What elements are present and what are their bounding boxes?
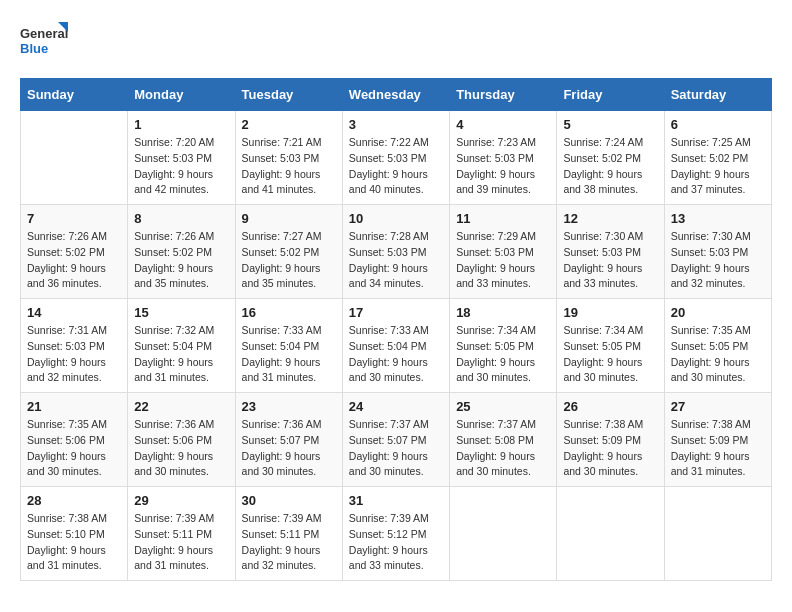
sunrise-text: Sunrise: 7:38 AM (563, 418, 643, 430)
sunset-text: Sunset: 5:02 PM (134, 246, 212, 258)
daylight-text: Daylight: 9 hours and 42 minutes. (134, 168, 213, 196)
day-info: Sunrise: 7:35 AM Sunset: 5:06 PM Dayligh… (27, 417, 121, 480)
calendar-cell (557, 487, 664, 581)
sunrise-text: Sunrise: 7:35 AM (671, 324, 751, 336)
sunrise-text: Sunrise: 7:32 AM (134, 324, 214, 336)
calendar-cell: 23 Sunrise: 7:36 AM Sunset: 5:07 PM Dayl… (235, 393, 342, 487)
daylight-text: Daylight: 9 hours and 32 minutes. (671, 262, 750, 290)
sunset-text: Sunset: 5:04 PM (242, 340, 320, 352)
calendar-week-row: 28 Sunrise: 7:38 AM Sunset: 5:10 PM Dayl… (21, 487, 772, 581)
day-info: Sunrise: 7:33 AM Sunset: 5:04 PM Dayligh… (242, 323, 336, 386)
sunrise-text: Sunrise: 7:39 AM (349, 512, 429, 524)
sunset-text: Sunset: 5:03 PM (456, 246, 534, 258)
calendar-cell: 29 Sunrise: 7:39 AM Sunset: 5:11 PM Dayl… (128, 487, 235, 581)
calendar-cell: 28 Sunrise: 7:38 AM Sunset: 5:10 PM Dayl… (21, 487, 128, 581)
calendar-cell: 24 Sunrise: 7:37 AM Sunset: 5:07 PM Dayl… (342, 393, 449, 487)
sunrise-text: Sunrise: 7:26 AM (27, 230, 107, 242)
sunset-text: Sunset: 5:11 PM (134, 528, 212, 540)
sunrise-text: Sunrise: 7:20 AM (134, 136, 214, 148)
day-info: Sunrise: 7:22 AM Sunset: 5:03 PM Dayligh… (349, 135, 443, 198)
day-number: 13 (671, 211, 765, 226)
calendar-cell: 12 Sunrise: 7:30 AM Sunset: 5:03 PM Dayl… (557, 205, 664, 299)
daylight-text: Daylight: 9 hours and 32 minutes. (242, 544, 321, 572)
day-info: Sunrise: 7:26 AM Sunset: 5:02 PM Dayligh… (27, 229, 121, 292)
calendar-cell: 1 Sunrise: 7:20 AM Sunset: 5:03 PM Dayli… (128, 111, 235, 205)
sunset-text: Sunset: 5:12 PM (349, 528, 427, 540)
daylight-text: Daylight: 9 hours and 30 minutes. (134, 450, 213, 478)
daylight-text: Daylight: 9 hours and 30 minutes. (671, 356, 750, 384)
daylight-text: Daylight: 9 hours and 35 minutes. (134, 262, 213, 290)
day-info: Sunrise: 7:33 AM Sunset: 5:04 PM Dayligh… (349, 323, 443, 386)
calendar-cell: 18 Sunrise: 7:34 AM Sunset: 5:05 PM Dayl… (450, 299, 557, 393)
calendar-week-row: 1 Sunrise: 7:20 AM Sunset: 5:03 PM Dayli… (21, 111, 772, 205)
daylight-text: Daylight: 9 hours and 38 minutes. (563, 168, 642, 196)
calendar-cell: 5 Sunrise: 7:24 AM Sunset: 5:02 PM Dayli… (557, 111, 664, 205)
sunset-text: Sunset: 5:04 PM (134, 340, 212, 352)
day-number: 30 (242, 493, 336, 508)
sunset-text: Sunset: 5:02 PM (671, 152, 749, 164)
sunset-text: Sunset: 5:09 PM (563, 434, 641, 446)
day-info: Sunrise: 7:38 AM Sunset: 5:10 PM Dayligh… (27, 511, 121, 574)
day-number: 19 (563, 305, 657, 320)
sunrise-text: Sunrise: 7:35 AM (27, 418, 107, 430)
calendar-cell: 8 Sunrise: 7:26 AM Sunset: 5:02 PM Dayli… (128, 205, 235, 299)
daylight-text: Daylight: 9 hours and 30 minutes. (563, 356, 642, 384)
sunrise-text: Sunrise: 7:29 AM (456, 230, 536, 242)
day-number: 16 (242, 305, 336, 320)
day-number: 4 (456, 117, 550, 132)
day-info: Sunrise: 7:36 AM Sunset: 5:06 PM Dayligh… (134, 417, 228, 480)
daylight-text: Daylight: 9 hours and 34 minutes. (349, 262, 428, 290)
calendar-cell: 16 Sunrise: 7:33 AM Sunset: 5:04 PM Dayl… (235, 299, 342, 393)
sunset-text: Sunset: 5:05 PM (563, 340, 641, 352)
daylight-text: Daylight: 9 hours and 30 minutes. (456, 356, 535, 384)
calendar-cell: 26 Sunrise: 7:38 AM Sunset: 5:09 PM Dayl… (557, 393, 664, 487)
calendar-week-row: 14 Sunrise: 7:31 AM Sunset: 5:03 PM Dayl… (21, 299, 772, 393)
day-info: Sunrise: 7:39 AM Sunset: 5:11 PM Dayligh… (134, 511, 228, 574)
day-number: 9 (242, 211, 336, 226)
calendar-cell (450, 487, 557, 581)
sunrise-text: Sunrise: 7:31 AM (27, 324, 107, 336)
calendar-week-row: 7 Sunrise: 7:26 AM Sunset: 5:02 PM Dayli… (21, 205, 772, 299)
daylight-text: Daylight: 9 hours and 31 minutes. (134, 544, 213, 572)
daylight-text: Daylight: 9 hours and 31 minutes. (27, 544, 106, 572)
sunrise-text: Sunrise: 7:28 AM (349, 230, 429, 242)
day-number: 8 (134, 211, 228, 226)
calendar-cell: 13 Sunrise: 7:30 AM Sunset: 5:03 PM Dayl… (664, 205, 771, 299)
sunset-text: Sunset: 5:03 PM (134, 152, 212, 164)
sunset-text: Sunset: 5:03 PM (242, 152, 320, 164)
calendar-cell: 17 Sunrise: 7:33 AM Sunset: 5:04 PM Dayl… (342, 299, 449, 393)
calendar-cell: 30 Sunrise: 7:39 AM Sunset: 5:11 PM Dayl… (235, 487, 342, 581)
day-number: 28 (27, 493, 121, 508)
sunset-text: Sunset: 5:02 PM (242, 246, 320, 258)
daylight-text: Daylight: 9 hours and 35 minutes. (242, 262, 321, 290)
calendar-cell: 3 Sunrise: 7:22 AM Sunset: 5:03 PM Dayli… (342, 111, 449, 205)
sunrise-text: Sunrise: 7:22 AM (349, 136, 429, 148)
svg-text:Blue: Blue (20, 41, 48, 56)
daylight-text: Daylight: 9 hours and 31 minutes. (134, 356, 213, 384)
sunrise-text: Sunrise: 7:38 AM (27, 512, 107, 524)
daylight-text: Daylight: 9 hours and 36 minutes. (27, 262, 106, 290)
daylight-text: Daylight: 9 hours and 41 minutes. (242, 168, 321, 196)
sunrise-text: Sunrise: 7:21 AM (242, 136, 322, 148)
sunrise-text: Sunrise: 7:25 AM (671, 136, 751, 148)
day-info: Sunrise: 7:23 AM Sunset: 5:03 PM Dayligh… (456, 135, 550, 198)
day-info: Sunrise: 7:32 AM Sunset: 5:04 PM Dayligh… (134, 323, 228, 386)
weekday-header: Friday (557, 79, 664, 111)
sunset-text: Sunset: 5:06 PM (134, 434, 212, 446)
day-number: 22 (134, 399, 228, 414)
day-info: Sunrise: 7:37 AM Sunset: 5:08 PM Dayligh… (456, 417, 550, 480)
day-number: 21 (27, 399, 121, 414)
calendar-cell: 2 Sunrise: 7:21 AM Sunset: 5:03 PM Dayli… (235, 111, 342, 205)
day-number: 20 (671, 305, 765, 320)
daylight-text: Daylight: 9 hours and 30 minutes. (563, 450, 642, 478)
daylight-text: Daylight: 9 hours and 37 minutes. (671, 168, 750, 196)
daylight-text: Daylight: 9 hours and 30 minutes. (456, 450, 535, 478)
sunrise-text: Sunrise: 7:30 AM (563, 230, 643, 242)
calendar-header-row: SundayMondayTuesdayWednesdayThursdayFrid… (21, 79, 772, 111)
sunrise-text: Sunrise: 7:36 AM (242, 418, 322, 430)
daylight-text: Daylight: 9 hours and 33 minutes. (563, 262, 642, 290)
day-number: 25 (456, 399, 550, 414)
daylight-text: Daylight: 9 hours and 30 minutes. (27, 450, 106, 478)
calendar-cell (664, 487, 771, 581)
day-info: Sunrise: 7:29 AM Sunset: 5:03 PM Dayligh… (456, 229, 550, 292)
